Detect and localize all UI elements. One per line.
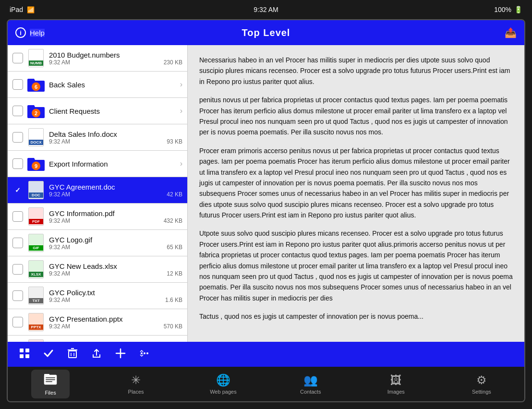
status-left: iPad 📶	[10, 6, 35, 13]
file-checkbox[interactable]	[12, 185, 23, 195]
tab-images[interactable]: 🖼 Images	[377, 371, 415, 397]
file-checkbox[interactable]	[12, 106, 23, 116]
tab-settings[interactable]: ⚙ Settings	[462, 371, 501, 397]
file-name: GYC Logo.gif	[49, 236, 182, 244]
file-info: Client Requests	[49, 107, 178, 115]
status-time: 9:32 AM	[254, 6, 278, 13]
tab-places[interactable]: ✳ Places	[117, 371, 155, 397]
list-item[interactable]: XLSX GYC New Leads.xlsx 9:32 AM 12 KB	[8, 256, 187, 283]
list-item[interactable]: TXT GYC Policy.txt 9:32 AM 1.6 KB	[8, 283, 187, 309]
file-icon-folder: 2	[27, 102, 45, 120]
file-icon-pdf: PDF	[27, 207, 45, 226]
list-item[interactable]: NUMB 2010 Budget.numbers 9:32 AM 230 KB	[8, 45, 187, 72]
grid-view-button[interactable]	[17, 346, 32, 363]
bottom-toolbar	[8, 342, 524, 367]
delete-button[interactable]	[65, 346, 80, 363]
list-item[interactable]: GIF GYC Logo.gif 9:32 AM 65 KB	[8, 230, 187, 256]
file-info: GYC New Leads.xlsx 9:32 AM 12 KB	[49, 262, 182, 277]
file-checkbox[interactable]	[12, 264, 23, 275]
list-item[interactable]: 9 Export Information ›	[8, 151, 187, 177]
list-item[interactable]: PDF GYC Information.pdf 9:32 AM 432 KB	[8, 204, 187, 230]
tab-settings-label: Settings	[472, 389, 491, 395]
svg-rect-19	[46, 381, 52, 382]
app-container: i Help Top Level 📤 NUMB 2010 Budget.numb…	[7, 19, 525, 402]
list-item[interactable]: 2 Client Requests ›	[8, 98, 187, 124]
file-name: GYC Policy.txt	[49, 289, 182, 297]
list-item[interactable]: DOCX Delta Sales Info.docx 9:32 AM 93 KB	[8, 124, 187, 151]
file-meta: 9:32 AM 1.6 KB	[49, 297, 182, 303]
file-checkbox[interactable]	[12, 79, 23, 90]
export-icon[interactable]: 📤	[505, 27, 517, 38]
list-item[interactable]: PDF GYC Product Manual.pdf 9:32 AM 59 KB	[8, 336, 187, 342]
file-name: Export Information	[49, 160, 178, 168]
file-time: 9:32 AM	[49, 297, 70, 303]
nav-bar: i Help Top Level 📤	[8, 20, 524, 45]
file-icon-pptx: PPTX	[27, 313, 45, 331]
svg-rect-1	[25, 349, 29, 352]
svg-rect-16	[44, 374, 49, 376]
file-size: 432 KB	[164, 217, 182, 224]
files-tab-icon	[44, 373, 57, 388]
svg-point-14	[146, 352, 148, 354]
add-button[interactable]	[113, 346, 128, 363]
file-name: GYC New Leads.xlsx	[49, 262, 182, 270]
main-content: NUMB 2010 Budget.numbers 9:32 AM 230 KB	[8, 45, 524, 342]
tab-files[interactable]: Files	[31, 370, 70, 398]
web-tab-icon: 🌐	[216, 373, 230, 387]
file-time: 9:32 AM	[49, 270, 70, 277]
svg-point-13	[144, 352, 145, 354]
file-meta: 9:32 AM 230 KB	[49, 59, 182, 66]
file-checkbox[interactable]	[12, 211, 23, 222]
list-item[interactable]: DOC GYC Agreement.doc 9:32 AM 42 KB	[8, 177, 187, 204]
file-time: 9:32 AM	[49, 217, 70, 224]
file-size: 93 KB	[167, 138, 182, 145]
tab-files-label: Files	[45, 390, 56, 396]
svg-rect-17	[46, 377, 55, 378]
file-checkbox[interactable]	[12, 238, 23, 248]
file-name: Back Sales	[49, 81, 178, 89]
help-button[interactable]: Help	[30, 29, 45, 37]
file-info: GYC Policy.txt 9:32 AM 1.6 KB	[49, 289, 182, 303]
tab-bar: Files ✳ Places 🌐 Web pages 👥 Contacts 🖼 …	[8, 367, 524, 401]
file-size: 230 KB	[164, 59, 182, 66]
check-button[interactable]	[41, 346, 56, 363]
file-info: GYC Information.pdf 9:32 AM 432 KB	[49, 209, 182, 224]
file-name: GYC Information.pdf	[49, 209, 182, 217]
images-tab-icon: 🖼	[390, 373, 402, 387]
tab-web[interactable]: 🌐 Web pages	[202, 371, 244, 397]
info-button[interactable]: i	[15, 27, 26, 38]
wifi-icon: 📶	[27, 6, 35, 13]
file-size: 1.6 KB	[165, 297, 182, 303]
tab-images-label: Images	[387, 389, 405, 395]
file-meta: 9:32 AM 432 KB	[49, 217, 182, 224]
file-icon-gif: GIF	[27, 234, 45, 252]
file-size: 65 KB	[167, 244, 182, 251]
more-button[interactable]	[137, 346, 152, 363]
share-button[interactable]	[89, 346, 104, 363]
file-checkbox[interactable]	[12, 132, 23, 143]
file-meta: 9:32 AM 65 KB	[49, 244, 182, 251]
file-meta: 9:32 AM 570 KB	[49, 323, 182, 330]
tab-contacts[interactable]: 👥 Contacts	[291, 371, 330, 397]
svg-rect-4	[69, 351, 76, 358]
file-time: 9:32 AM	[49, 244, 70, 251]
file-info: GYC Agreement.doc 9:32 AM 42 KB	[49, 183, 182, 198]
list-item[interactable]: PPTX GYC Presentation.pptx 9:32 AM 570 K…	[8, 309, 187, 336]
svg-point-12	[141, 352, 143, 354]
file-list: NUMB 2010 Budget.numbers 9:32 AM 230 KB	[8, 45, 188, 342]
file-checkbox[interactable]	[12, 317, 23, 327]
file-checkbox[interactable]	[12, 158, 23, 169]
file-name: Client Requests	[49, 107, 178, 115]
tab-contacts-label: Contacts	[300, 389, 321, 395]
list-item[interactable]: 6 Back Sales ›	[8, 72, 187, 98]
file-name: Delta Sales Info.docx	[49, 130, 182, 138]
places-tab-icon: ✳	[131, 373, 141, 387]
file-time: 9:32 AM	[49, 323, 70, 330]
nav-bar-left: i Help	[15, 27, 45, 38]
file-checkbox[interactable]	[12, 53, 23, 63]
preview-paragraph-3: Procer eram primoris accerso penitus nov…	[199, 145, 513, 221]
file-checkbox[interactable]	[12, 290, 23, 301]
file-icon-docx: DOCX	[27, 128, 45, 146]
contacts-tab-icon: 👥	[303, 373, 318, 387]
file-name: GYC Agreement.doc	[49, 183, 182, 191]
